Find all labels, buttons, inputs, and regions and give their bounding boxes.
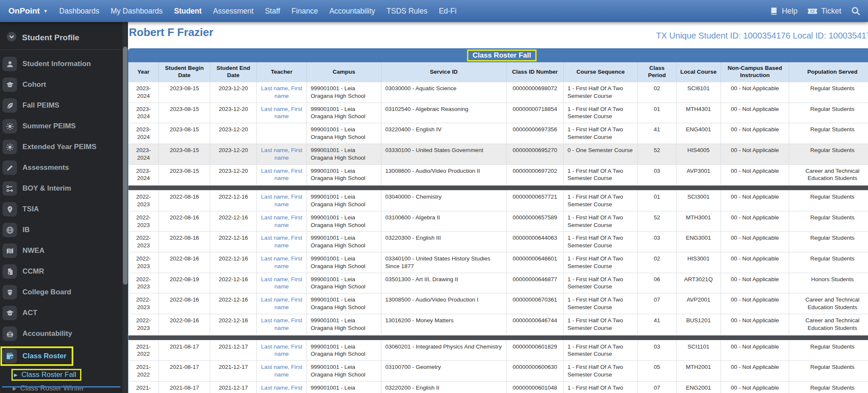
cell-teacher: Last name, First name: [257, 340, 307, 361]
leaf-icon: [3, 98, 17, 113]
roster-row: 2022-20232022-08-162022-12-16Last name, …: [128, 232, 868, 252]
cell-begin: 2023-08-15: [159, 144, 210, 164]
sidebar-item-college-board[interactable]: College Board: [2, 284, 76, 300]
cell-non-campus: 00 - Not Applicable: [721, 232, 789, 252]
nav-item-student[interactable]: Student: [174, 7, 202, 16]
table-title-band: Class Roster Fall: [128, 48, 868, 62]
sidebar-scrollbar-thumb[interactable]: [123, 47, 128, 285]
teacher-link[interactable]: Last name, First name: [261, 317, 302, 331]
cell-non-campus: 00 - Not Applicable: [721, 123, 789, 144]
sidebar-item-class-roster[interactable]: Class Roster: [0, 346, 73, 366]
sidebar-item-label: Student Information: [22, 60, 91, 68]
teacher-link[interactable]: Last name, First name: [261, 147, 302, 161]
nav-item-dashboards[interactable]: Dashboards: [59, 7, 99, 16]
teacher-link[interactable]: Last name, First name: [261, 255, 302, 269]
col-header-teacher: Teacher: [257, 62, 307, 82]
brand-label: OnPoint: [8, 6, 40, 16]
roster-row: 2023-20242023-08-152023-12-20Last name, …: [128, 82, 868, 103]
sidebar-item-ccmr[interactable]: CCMR: [2, 263, 49, 280]
help-book-icon: [770, 7, 778, 15]
cell-local-course: SCI3001: [676, 191, 721, 211]
roster-row: 2023-20242023-08-152023-12-20Last name, …: [128, 144, 868, 164]
teacher-link[interactable]: Last name, First name: [261, 85, 302, 99]
sidebar-item-cohort[interactable]: Cohort: [2, 77, 51, 93]
nav-item-accountability[interactable]: Accountability: [329, 7, 375, 16]
cell-begin: 2021-08-17: [159, 361, 210, 382]
cell-year: 2021-2022: [128, 381, 159, 393]
nav-item-finance[interactable]: Finance: [292, 7, 318, 16]
teacher-link[interactable]: Last name, First name: [261, 106, 302, 120]
cell-begin: 2021-08-17: [159, 381, 210, 393]
teacher-link[interactable]: Last name, First name: [261, 296, 302, 310]
cell-begin: 2023-08-15: [159, 102, 210, 123]
sidebar-item-nwea[interactable]: NWEA: [2, 243, 50, 259]
roster-row: 2022-20232022-08-192022-12-16Last name, …: [128, 273, 868, 293]
col-header-local-course: Local Course: [676, 62, 721, 82]
sidebar-item-accountability[interactable]: Accountability: [2, 326, 77, 342]
table-title: Class Roster Fall: [467, 50, 537, 61]
cell-period: 02: [638, 82, 676, 103]
teacher-link[interactable]: Last name, First name: [261, 214, 302, 228]
class-roster-table: YearStudent Begin DateStudent End DateTe…: [128, 62, 868, 393]
cell-service-id: 03102540 - Algebraic Reasoning: [381, 102, 506, 123]
sidebar-item-fall-peims[interactable]: Fall PEIMS: [2, 97, 64, 113]
map-icon: [3, 244, 17, 258]
cell-end: 2022-12-16: [210, 191, 257, 211]
sidebar-item-tsia[interactable]: TSIA: [2, 201, 44, 217]
sidebar-item-class-roster-winter[interactable]: ▶Class Roster Winter: [11, 384, 88, 393]
sidebar-item-act[interactable]: ACT: [2, 305, 42, 321]
teacher-link[interactable]: Last name, First name: [261, 364, 302, 378]
sidebar-item-class-roster-fall[interactable]: ▶Class Roster Fall: [11, 369, 81, 381]
ticket-link[interactable]: Ticket: [821, 7, 841, 16]
sidebar-menu: Student InformationCohortFall PEIMSSumme…: [0, 50, 122, 393]
brand-menu[interactable]: OnPoint ▼: [8, 6, 48, 16]
sidebar-item-boy-interim[interactable]: BOY & Interim: [2, 180, 76, 196]
sidebar-item-ib[interactable]: IB: [2, 222, 35, 238]
cell-sequence: 1 - First Half Of A Two Semester Course: [564, 164, 638, 185]
cell-sequence: 1 - First Half Of A Two Semester Course: [564, 273, 638, 293]
nav-item-ed-fi[interactable]: Ed-Fi: [439, 7, 456, 16]
teacher-link[interactable]: Last name, First name: [261, 385, 302, 393]
sidebar-item-extended-year-peims[interactable]: Extended Year PEIMS: [2, 139, 101, 155]
cell-teacher: Last name, First name: [257, 293, 307, 314]
teacher-link[interactable]: Last name, First name: [261, 276, 302, 290]
cell-campus: 999001001 - Leia Oragana High School: [307, 273, 381, 293]
sidebar-item-summer-peims[interactable]: Summer PEIMS: [2, 118, 81, 134]
teacher-link[interactable]: Last name, First name: [261, 235, 302, 249]
nav-item-tsds-rules[interactable]: TSDS Rules: [387, 7, 427, 16]
cell-population: Honors Students: [789, 273, 868, 293]
nav-item-assessment[interactable]: Assessment: [213, 7, 253, 16]
sidebar-item-label: College Board: [22, 288, 71, 296]
sidebar-item-assessments[interactable]: Assessments: [2, 160, 74, 176]
sidebar-item-label: Extended Year PEIMS: [22, 143, 96, 151]
cell-year: 2023-2024: [128, 144, 159, 164]
person-icon: [3, 57, 17, 71]
class-roster-table-container: Class Roster Fall YearStudent Begin Date…: [128, 48, 868, 393]
teacher-link[interactable]: Last name, First name: [261, 194, 302, 208]
sidebar-subitem-label: Class Roster Winter: [20, 384, 84, 393]
cell-service-id: 03060201 - Integrated Physics And Chemis…: [381, 340, 506, 361]
help-link[interactable]: Help: [782, 7, 798, 16]
cell-population: Regular Students: [789, 102, 868, 123]
nav-item-staff[interactable]: Staff: [265, 7, 280, 16]
search-icon[interactable]: [851, 6, 860, 16]
cell-non-campus: 00 - Not Applicable: [721, 361, 789, 382]
cell-end: 2021-12-17: [210, 340, 257, 361]
sidebar-header[interactable]: Student Profile: [0, 22, 122, 50]
nav-item-my-dashboards[interactable]: My Dashboards: [111, 7, 163, 16]
cell-population: Career and Technical Education Students: [789, 314, 868, 335]
acorn-icon: [3, 285, 17, 299]
grad-cap-icon: [3, 306, 17, 320]
sidebar-scrollbar[interactable]: [122, 22, 128, 393]
cell-period: 02: [638, 252, 676, 273]
cell-teacher: [257, 123, 307, 144]
cell-sequence: 1 - First Half Of A Two Semester Course: [564, 211, 638, 232]
sidebar-item-student-information[interactable]: Student Information: [2, 56, 96, 72]
cell-class-id: 00000000601048: [506, 381, 564, 393]
main-content: Robert F Frazier TX Unique Student ID: 1…: [128, 22, 868, 393]
cell-year: 2023-2024: [128, 123, 159, 144]
teacher-link[interactable]: Last name, First name: [261, 343, 302, 357]
col-header-campus: Campus: [307, 62, 381, 82]
roster-row: 2022-20232022-08-162022-12-16Last name, …: [128, 191, 868, 211]
teacher-link[interactable]: Last name, First name: [261, 168, 302, 182]
